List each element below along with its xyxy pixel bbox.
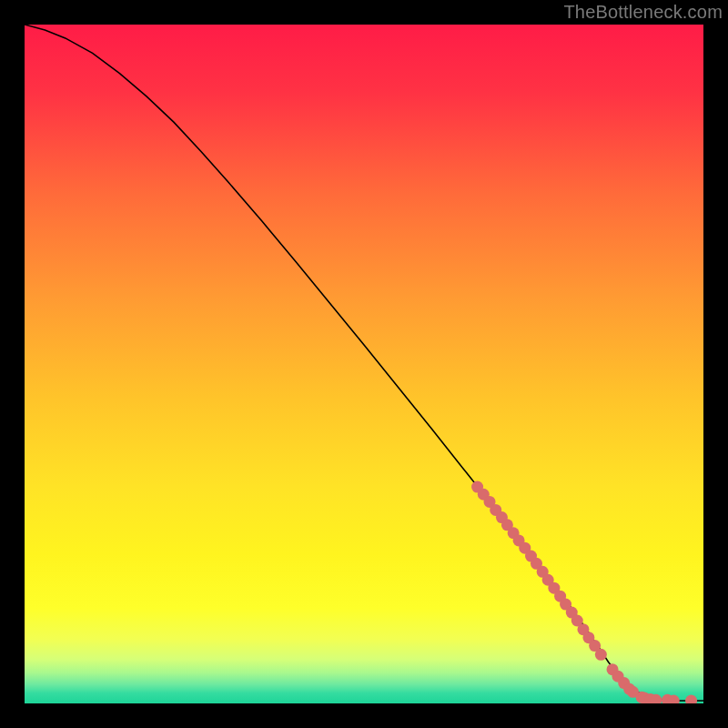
data-marker — [595, 649, 607, 661]
chart-svg — [25, 25, 703, 703]
chart-frame: TheBottleneck.com — [0, 0, 728, 728]
gradient-background — [25, 25, 703, 703]
attribution-text: TheBottleneck.com — [563, 2, 723, 23]
plot-area — [25, 25, 703, 703]
